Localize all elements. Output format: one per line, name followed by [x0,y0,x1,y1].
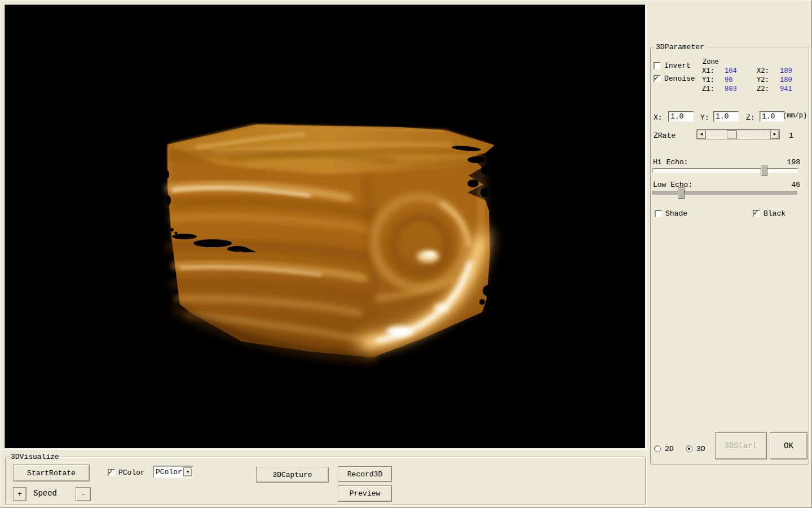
zone-title: Zone [703,58,719,66]
render-viewport[interactable] [5,5,646,449]
checkmark-icon: ✓ [654,74,659,82]
hi-echo-value: 198 [775,158,800,167]
low-echo-label: Low Echo: [653,181,692,189]
pcolor-dropdown[interactable]: PColor ▼ [153,466,193,478]
zrate-right-arrow-icon[interactable]: ► [770,130,779,139]
mode-2d-radio[interactable] [654,445,661,452]
shade-label: Shade [665,209,687,218]
black-checkbox[interactable]: ✓ [753,210,760,217]
checkmark-icon: ✓ [108,468,113,476]
zrate-value: 1 [789,132,793,140]
zone-x2-value: 189 [780,67,792,75]
render-3d-volume [5,5,645,448]
mode-2d-label: 2D [665,445,674,453]
zone-y1-label: Y1: [702,76,714,84]
pcolor-checkbox[interactable]: ✓ [108,469,115,476]
scale-x-label: X: [654,113,663,122]
zone-z1-label: Z1: [702,85,714,93]
zone-x1-value: 104 [725,67,737,75]
zone-y2-label: Y2: [757,76,769,84]
mode-3d-label: 3D [696,445,705,453]
scale-unit-label: (mm/p) [783,112,807,120]
zrate-left-arrow-icon[interactable]: ◄ [697,130,706,139]
shade-checkbox[interactable]: ✓ [655,210,662,217]
speed-plus-button[interactable]: + [13,487,27,501]
app-window: 3DParameter ✓ Invert ✓ Denoise Zone X1: … [0,0,812,508]
pcolor-label: PColor [118,468,145,477]
visualize-group-title: 3DVisualize [9,453,61,461]
zrate-label: ZRate [654,132,676,140]
mode-3d-radio[interactable] [686,445,692,452]
low-echo-track[interactable] [652,191,798,195]
right-panel: 3DParameter ✓ Invert ✓ Denoise Zone X1: … [647,1,812,508]
zone-z1-value: 803 [725,85,737,93]
scale-x-input[interactable]: 1.0 [668,111,694,122]
scale-y-input[interactable]: 1.0 [713,111,739,122]
scale-z-input[interactable]: 1.0 [760,111,785,122]
zone-y1-value: 96 [725,76,732,84]
hi-echo-label: Hi Echo: [653,158,688,167]
hi-echo-track[interactable] [652,168,798,173]
zone-y2-value: 180 [780,76,792,84]
checkmark-icon: ✓ [753,209,758,217]
start-rotate-button[interactable]: StartRotate [13,465,90,481]
start3d-button[interactable]: 3DStart [715,432,767,459]
record-3d-button[interactable]: Record3D [338,466,392,482]
zone-z2-value: 941 [780,85,792,93]
pcolor-dropdown-value: PColor [153,468,183,476]
ok-button[interactable]: OK [770,432,807,459]
bottom-panel: 3DVisualize StartRotate ✓ PColor PColor … [1,450,647,508]
black-label: Black [764,209,785,218]
denoise-checkbox[interactable]: ✓ [654,75,661,82]
scale-z-label: Z: [746,113,755,122]
speed-label: Speed [33,489,57,498]
zrate-scrollbar[interactable]: ◄ ► [696,129,780,139]
zrate-thumb[interactable] [727,130,737,139]
capture-3d-button[interactable]: 3DCapture [256,467,329,483]
preview-button[interactable]: Preview [338,485,392,502]
zone-x2-label: X2: [757,67,769,75]
dropdown-arrow-icon[interactable]: ▼ [183,467,192,476]
hi-echo-thumb[interactable] [761,165,767,176]
speed-minus-button[interactable]: - [76,487,91,501]
low-echo-value: 46 [775,181,800,189]
parameter-groupbox: 3DParameter ✓ Invert ✓ Denoise Zone X1: … [650,47,809,465]
denoise-label: Denoise [664,75,695,83]
low-echo-thumb[interactable] [678,187,685,199]
visualize-groupbox: 3DVisualize StartRotate ✓ PColor PColor … [5,457,646,505]
invert-checkbox[interactable]: ✓ [654,62,661,69]
zone-z2-label: Z2: [757,85,769,93]
invert-label: Invert [664,62,691,70]
scale-y-label: Y: [700,113,709,122]
parameter-group-title: 3DParameter [654,43,706,51]
zone-x1-label: X1: [702,67,714,75]
